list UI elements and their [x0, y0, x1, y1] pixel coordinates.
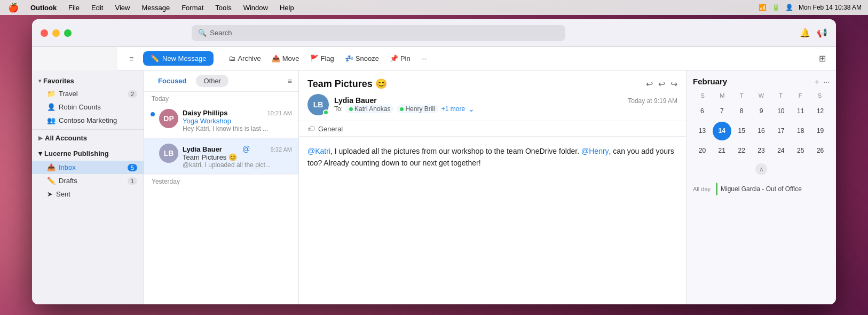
cal-day-8[interactable]: 8: [732, 102, 751, 121]
cal-day-6[interactable]: 6: [693, 102, 712, 121]
apple-logo[interactable]: 🍎: [6, 3, 20, 13]
lucerne-publishing-section[interactable]: ▾ Lucerne Publishing: [32, 146, 144, 161]
more-button[interactable]: ···: [417, 52, 431, 65]
cal-day-21[interactable]: 21: [713, 141, 731, 160]
cal-day-24[interactable]: 24: [771, 141, 790, 160]
menu-window[interactable]: Window: [242, 4, 270, 12]
cal-day-13[interactable]: 13: [693, 122, 712, 140]
app-window: 🔍 Search 🔔 📢 ≡ ✏️ New Message 🗂 Archive …: [32, 19, 836, 304]
menu-edit[interactable]: Edit: [90, 4, 105, 12]
search-bar[interactable]: 🔍 Search: [192, 25, 565, 41]
close-button[interactable]: [41, 29, 48, 37]
cal-day-25[interactable]: 25: [791, 141, 810, 160]
sidebar-item-drafts[interactable]: ✏️ Drafts 1: [32, 174, 144, 187]
sidebar-toggle-button[interactable]: ≡: [124, 51, 139, 66]
cal-day-19[interactable]: 19: [811, 122, 830, 140]
menu-help[interactable]: Help: [278, 4, 296, 12]
cal-day-12[interactable]: 12: [811, 102, 830, 121]
reply-all-icon[interactable]: ↩: [646, 79, 653, 89]
cal-day-14-today[interactable]: 14: [713, 122, 731, 140]
cal-day-7[interactable]: 7: [713, 102, 731, 121]
move-button[interactable]: 📤 Move: [267, 52, 304, 65]
cal-allday-label: All day: [693, 186, 711, 192]
pin-button[interactable]: 📌 Pin: [385, 52, 415, 65]
menu-view[interactable]: View: [113, 4, 131, 12]
snooze-button[interactable]: 💤 Snooze: [341, 52, 383, 65]
cal-day-17[interactable]: 17: [771, 122, 790, 140]
more-recipients[interactable]: +1 more: [441, 105, 465, 113]
group-icon: 👥: [47, 116, 56, 124]
mail-tabs: Focused Other ≡: [144, 70, 298, 92]
new-message-button[interactable]: ✏️ New Message: [143, 51, 214, 66]
cal-day-23[interactable]: 23: [752, 141, 771, 160]
sidebar-item-contoso[interactable]: 👥 Contoso Marketing: [32, 114, 144, 127]
cal-event-title: Miguel Garcia - Out of Office: [721, 185, 802, 193]
notifications-icon[interactable]: 🔔: [800, 28, 810, 38]
sidebar-item-inbox[interactable]: 📥 Inbox 5: [32, 161, 144, 174]
body-text-1: , I uploaded all the pictures from our w…: [330, 147, 581, 155]
battery-icon: 🔋: [772, 4, 780, 11]
inbox-badge: 5: [128, 164, 137, 171]
sidebar-item-travel[interactable]: 📁 Travel 2: [32, 87, 144, 100]
expand-icon[interactable]: ⊞: [815, 51, 830, 66]
cal-day-20[interactable]: 20: [693, 141, 712, 160]
recipient-henry[interactable]: Henry Brill: [397, 105, 438, 113]
calendar-weeks: 6 7 8 9 10 11 12 13 14 15 16 17 18: [693, 102, 830, 160]
sidebar-item-sent[interactable]: ➤ Sent: [32, 187, 144, 201]
other-tab[interactable]: Other: [196, 75, 228, 87]
recipient-katri[interactable]: Katri Ahokas: [346, 105, 393, 113]
cal-day-10[interactable]: 10: [771, 102, 790, 121]
menu-file[interactable]: File: [67, 4, 81, 12]
cal-day-15[interactable]: 15: [732, 122, 751, 140]
archive-button[interactable]: 🗂 Archive: [224, 52, 265, 65]
menu-message[interactable]: Message: [140, 4, 171, 12]
recipient-name: Henry Brill: [405, 105, 435, 113]
datetime: Mon Feb 14 10:38 AM: [799, 4, 862, 11]
focused-tab[interactable]: Focused: [151, 75, 194, 87]
cal-event-color-bar: [716, 183, 717, 195]
recipient-status-dot: [349, 107, 353, 111]
snooze-icon: 💤: [345, 54, 353, 62]
favorites-chevron: ▾: [38, 78, 41, 84]
calendar-more-button[interactable]: ···: [823, 77, 830, 86]
drafts-icon: ✏️: [47, 177, 56, 185]
filter-icon[interactable]: ≡: [288, 77, 292, 85]
user-icon: 👤: [785, 4, 793, 11]
message-title-row: Team Pictures 😊 ↩ ↩ ↪: [307, 78, 677, 90]
forward-icon[interactable]: ↪: [670, 79, 677, 89]
minimize-button[interactable]: [52, 29, 60, 37]
flag-icon: 🚩: [310, 54, 319, 62]
message-header: Team Pictures 😊 ↩ ↩ ↪ LB: [299, 70, 686, 121]
app-name[interactable]: Outlook: [29, 4, 58, 12]
expand-recipients-icon[interactable]: ⌄: [468, 105, 475, 113]
cal-day-9[interactable]: 9: [752, 102, 771, 121]
menu-format[interactable]: Format: [180, 4, 205, 12]
mail-item[interactable]: DP Daisy Phillips 10:21 AM Yoga Workshop…: [144, 104, 298, 138]
inbox-label: Inbox: [59, 163, 76, 171]
recipient-name: Katri Ahokas: [354, 105, 390, 113]
travel-badge: 2: [128, 90, 137, 98]
cal-day-26[interactable]: 26: [811, 141, 830, 160]
flag-button[interactable]: 🚩 Flag: [306, 52, 338, 65]
avatar: LB: [159, 144, 178, 163]
mail-item[interactable]: LB Lydia Bauer @ 9:32 AM Team Pictures 😊…: [144, 138, 298, 175]
favorites-section[interactable]: ▾ Favorites: [32, 75, 144, 87]
cal-day-18[interactable]: 18: [791, 122, 810, 140]
mail-content: Daisy Phillips 10:21 AM Yoga Workshop He…: [183, 109, 292, 132]
cal-day-22[interactable]: 22: [732, 141, 751, 160]
lucerne-chevron: ▾: [38, 149, 42, 158]
toolbar-actions: 🗂 Archive 📤 Move 🚩 Flag 💤 Snooze 📌: [224, 52, 431, 65]
calendar-add-button[interactable]: +: [815, 77, 819, 86]
calendar-event[interactable]: All day Miguel Garcia - Out of Office: [693, 180, 830, 198]
menu-tools[interactable]: Tools: [214, 4, 233, 12]
sent-icon: ➤: [47, 190, 53, 198]
calendar-up-button[interactable]: ∧: [755, 163, 767, 175]
avatar: DP: [159, 109, 178, 128]
reply-icon[interactable]: ↩: [658, 79, 665, 89]
cal-day-11[interactable]: 11: [791, 102, 810, 121]
settings-icon[interactable]: 📢: [817, 28, 827, 38]
sidebar-item-robin-counts[interactable]: 👤 Robin Counts: [32, 100, 144, 114]
cal-day-16[interactable]: 16: [752, 122, 771, 140]
all-accounts-section[interactable]: ▶ All Accounts: [32, 132, 144, 144]
maximize-button[interactable]: [64, 29, 72, 37]
